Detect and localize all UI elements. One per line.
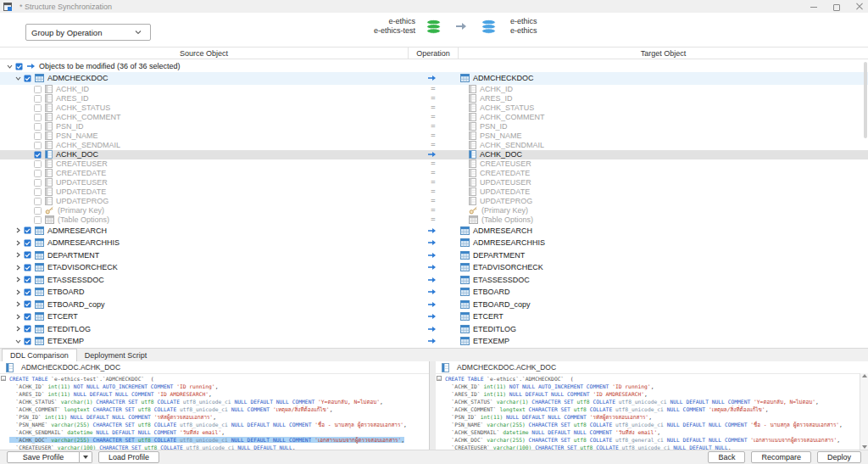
tree-row[interactable]: UPDATEUSER=UPDATEUSER	[0, 178, 868, 187]
tree-row[interactable]: ETBOARD_copyETBOARD_copy	[0, 299, 868, 311]
checkbox-checked-icon[interactable]	[24, 251, 31, 259]
code-line[interactable]: `ARES_ID` int(11) NULL DEFAULT NULL COMM…	[436, 390, 860, 398]
checkbox-unchecked-icon[interactable]	[34, 132, 42, 140]
code-line[interactable]: `ACHK_STATUS` varchar(1) CHARACTER SET u…	[0, 398, 429, 405]
checkbox-unchecked-icon[interactable]	[34, 104, 42, 112]
target-ddl-code[interactable]: −CREATE TABLE `e-ethics`.`ADMCHECKDOC` (…	[436, 373, 860, 450]
checkbox-checked-icon[interactable]	[24, 276, 31, 283]
back-button[interactable]: Back	[708, 451, 745, 463]
code-line[interactable]: −CREATE TABLE `e-ethics-test`.`ADMCHECKD…	[0, 375, 429, 383]
tree-row[interactable]: ETEXEMPETEXEMP	[0, 335, 868, 348]
tree-row[interactable]: ACHK_DOCACHK_DOC	[0, 150, 868, 159]
checkbox-unchecked-icon[interactable]	[34, 198, 42, 205]
checkbox-unchecked-icon[interactable]	[34, 123, 42, 131]
tree-row[interactable]: ADMRESEARCHADMRESEARCH	[0, 225, 868, 238]
checkbox-checked-icon[interactable]	[24, 325, 31, 333]
checkbox-unchecked-icon[interactable]	[34, 142, 42, 149]
close-button[interactable]	[856, 3, 863, 10]
checkbox-checked-icon[interactable]	[24, 226, 31, 234]
scroll-down-icon[interactable]	[862, 445, 867, 449]
chevron-right-icon[interactable]	[15, 227, 21, 233]
tree-row[interactable]: ADMCHECKDOCADMCHECKDOC	[0, 72, 868, 85]
code-scrollbar[interactable]	[860, 373, 868, 450]
code-line[interactable]: `CREATEUSER` varchar(100) CHARACTER SET …	[0, 444, 429, 450]
chevron-right-icon[interactable]	[15, 265, 21, 271]
chevron-right-icon[interactable]	[15, 314, 21, 320]
code-line[interactable]: `ACHK_DOC` varchar(255) CHARACTER SET ut…	[0, 436, 429, 444]
tree-row[interactable]: ACHK_SENDMAIL=ACHK_SENDMAIL	[0, 141, 868, 150]
tree-row[interactable]: ACHK_STATUS=ACHK_STATUS	[0, 103, 868, 113]
code-line[interactable]: `ACHK_STATUS` varchar(1) CHARACTER SET u…	[436, 398, 860, 405]
tab-deployment-script[interactable]: Deployment Script	[77, 349, 155, 361]
tree-row[interactable]: UPDATEPROG=UPDATEPROG	[0, 197, 868, 206]
load-profile-button[interactable]: Load Profile	[98, 451, 159, 463]
save-profile-button[interactable]: Save Profile	[7, 451, 80, 463]
tree-row[interactable]: PSN_ID=PSN_ID	[0, 122, 868, 131]
code-line[interactable]: `PSN_NAME` varchar(255) CHARACTER SET ut…	[0, 421, 429, 428]
group-by-select[interactable]: Group by Operation	[25, 24, 151, 41]
tree-scrollbar[interactable]	[864, 62, 867, 138]
tree-row[interactable]: ETADVISORCHECKETADVISORCHECK	[0, 261, 868, 274]
checkbox-unchecked-icon[interactable]	[34, 86, 42, 93]
checkbox-checked-icon[interactable]	[24, 239, 31, 247]
code-line[interactable]: −CREATE TABLE `e-ethics`.`ADMCHECKDOC` (	[436, 375, 860, 383]
tree-row[interactable]: ETASSESSDOCETASSESSDOC	[0, 274, 868, 287]
deploy-button[interactable]: Deploy	[817, 451, 861, 463]
tree-row[interactable]: (Table Options)=(Table Options)	[0, 215, 868, 225]
checkbox-checked-icon[interactable]	[24, 264, 31, 271]
checkbox-checked-icon[interactable]	[24, 288, 31, 296]
tree-row[interactable]: PSN_NAME=PSN_NAME	[0, 131, 868, 141]
code-line[interactable]: `PSN_ID` int(11) NULL DEFAULT NULL COMME…	[0, 413, 429, 421]
fold-icon[interactable]: −	[437, 376, 442, 381]
tree-row[interactable]: DEPARTMENTDEPARTMENT	[0, 249, 868, 262]
code-line[interactable]: `ACHK_SENDMAIL` datetime NULL DEFAULT NU…	[436, 428, 860, 436]
code-line[interactable]: `ACHK_COMMENT` longtext CHARACTER SET ut…	[0, 405, 429, 413]
code-line[interactable]: `PSN_ID` int(11) NULL DEFAULT NULL COMME…	[436, 413, 860, 421]
code-line[interactable]: `CREATEUSER` varchar(100) CHARACTER SET …	[436, 444, 860, 450]
panel-splitter[interactable]	[430, 361, 436, 450]
minimize-button[interactable]	[810, 3, 817, 10]
code-line[interactable]: `ACHK_DOC` varchar(255) CHARACTER SET ut…	[436, 436, 860, 444]
chevron-right-icon[interactable]	[15, 252, 21, 258]
chevron-right-icon[interactable]	[15, 277, 21, 282]
chevron-down-icon[interactable]	[7, 64, 13, 70]
tree-row[interactable]: Objects to be modified (36 of 36 selecte…	[0, 60, 868, 72]
tree-row[interactable]: ACHK_ID=ACHK_ID	[0, 85, 868, 94]
checkbox-checked-icon[interactable]	[15, 63, 23, 70]
code-line[interactable]: `PSN_NAME` varchar(255) CHARACTER SET ut…	[436, 421, 860, 428]
checkbox-unchecked-icon[interactable]	[34, 95, 42, 103]
save-profile-dropdown[interactable]	[80, 451, 92, 463]
tree-row[interactable]: ACHK_COMMENT=ACHK_COMMENT	[0, 113, 868, 122]
checkbox-unchecked-icon[interactable]	[34, 170, 42, 177]
tree-row[interactable]: ETCERTETCERT	[0, 310, 868, 323]
checkbox-unchecked-icon[interactable]	[34, 179, 42, 187]
tree-row[interactable]: ADMRESEARCHHISADMRESEARCHHIS	[0, 237, 868, 249]
tree-row[interactable]: ETEDITLOGETEDITLOG	[0, 323, 868, 336]
checkbox-checked-icon[interactable]	[24, 313, 31, 321]
scroll-up-icon[interactable]	[862, 374, 867, 377]
chevron-right-icon[interactable]	[15, 240, 21, 246]
checkbox-checked-icon[interactable]	[24, 300, 31, 308]
tree-row[interactable]: ARES_ID=ARES_ID	[0, 94, 868, 103]
checkbox-unchecked-icon[interactable]	[34, 216, 42, 224]
chevron-down-icon[interactable]	[15, 75, 21, 81]
chevron-right-icon[interactable]	[15, 301, 21, 307]
checkbox-unchecked-icon[interactable]	[34, 114, 42, 121]
tree-row[interactable]: (Primary Key)=(Primary Key)	[0, 206, 868, 215]
checkbox-unchecked-icon[interactable]	[34, 188, 42, 196]
chevron-right-icon[interactable]	[15, 326, 21, 332]
tree-row[interactable]: ETBOARDETBOARD	[0, 286, 868, 299]
code-line[interactable]: `ACHK_COMMENT` longtext CHARACTER SET ut…	[436, 405, 860, 413]
tab-ddl-comparison[interactable]: DDL Comparison	[2, 349, 77, 361]
code-line[interactable]: `ACHK_SENDMAIL` datetime NULL DEFAULT NU…	[0, 428, 429, 436]
checkbox-unchecked-icon[interactable]	[34, 160, 42, 168]
tree-row[interactable]: CREATEUSER=CREATEUSER	[0, 159, 868, 169]
tree-row[interactable]: UPDATEDATE=UPDATEDATE	[0, 187, 868, 197]
recompare-button[interactable]: Recompare	[751, 451, 811, 463]
fold-icon[interactable]: −	[1, 376, 6, 381]
maximize-button[interactable]	[833, 3, 840, 10]
checkbox-checked-icon[interactable]	[24, 75, 31, 82]
checkbox-unchecked-icon[interactable]	[34, 207, 42, 215]
checkbox-checked-icon[interactable]	[24, 338, 31, 345]
source-ddl-code[interactable]: −CREATE TABLE `e-ethics-test`.`ADMCHECKD…	[0, 373, 429, 450]
